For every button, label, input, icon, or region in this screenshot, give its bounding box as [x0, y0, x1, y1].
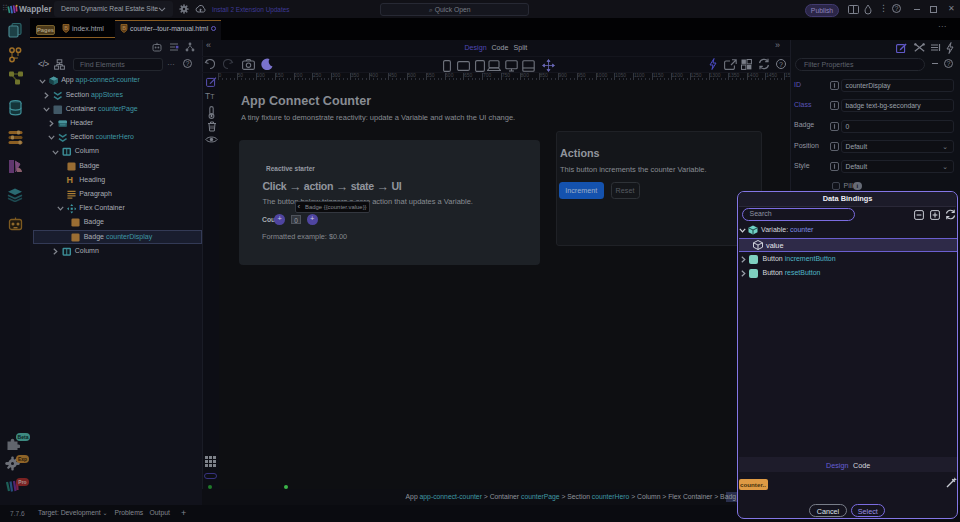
svg-text:B: B	[122, 25, 126, 31]
svg-text:B: B	[64, 25, 68, 31]
